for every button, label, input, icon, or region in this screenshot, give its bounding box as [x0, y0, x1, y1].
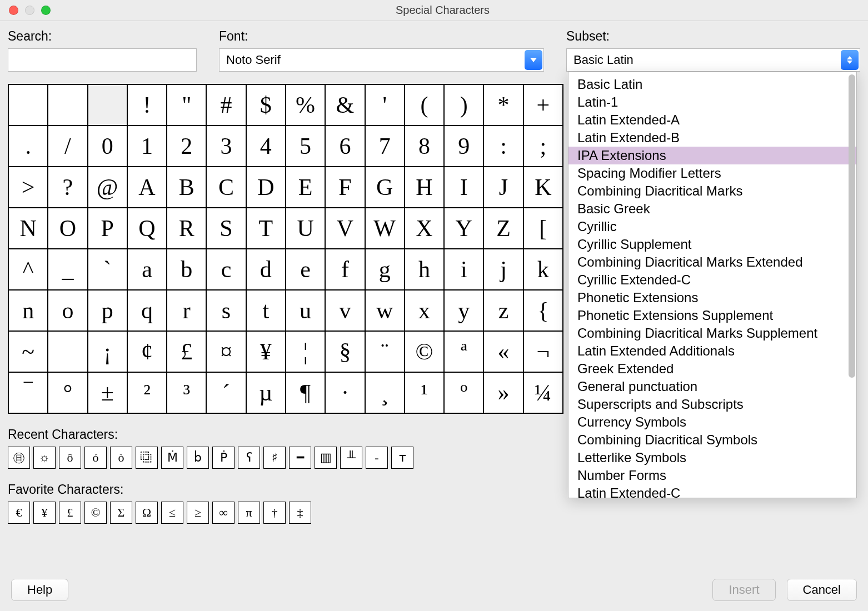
- character-cell[interactable]: x: [405, 291, 445, 332]
- dropdown-scrollbar[interactable]: [849, 74, 855, 495]
- favorite-char[interactable]: £: [59, 502, 81, 524]
- character-cell[interactable]: (: [405, 85, 445, 126]
- subset-option[interactable]: Greek Extended: [568, 360, 856, 378]
- character-cell[interactable]: ²: [128, 373, 167, 414]
- character-cell[interactable]: *: [484, 85, 523, 126]
- character-cell[interactable]: ¹: [405, 373, 445, 414]
- recent-char[interactable]: ᴛ: [391, 447, 413, 469]
- character-cell[interactable]: ¶: [286, 373, 326, 414]
- character-cell[interactable]: ´: [207, 373, 246, 414]
- recent-char[interactable]: ╨: [340, 447, 362, 469]
- character-cell[interactable]: G: [366, 167, 405, 208]
- character-cell[interactable]: ¥: [247, 332, 286, 373]
- help-button[interactable]: Help: [11, 579, 68, 601]
- subset-option[interactable]: Basic Latin: [568, 76, 856, 93]
- character-cell[interactable]: ±: [88, 373, 128, 414]
- cancel-button[interactable]: Cancel: [787, 579, 857, 601]
- character-cell[interactable]: v: [326, 291, 365, 332]
- subset-option[interactable]: Combining Diacritical Marks Supplement: [568, 324, 856, 342]
- favorite-char[interactable]: Σ: [110, 502, 132, 524]
- character-cell[interactable]: A: [128, 167, 167, 208]
- character-cell[interactable]: ¡: [88, 332, 128, 373]
- character-cell[interactable]: ~: [9, 332, 48, 373]
- character-cell[interactable]: o: [48, 291, 88, 332]
- subset-option[interactable]: Latin Extended-C: [568, 484, 856, 498]
- character-cell[interactable]: %: [286, 85, 326, 126]
- subset-option[interactable]: Spacing Modifier Letters: [568, 164, 856, 182]
- character-cell[interactable]: £: [167, 332, 207, 373]
- subset-option[interactable]: Cyrillic Extended-C: [568, 271, 856, 289]
- character-cell[interactable]: Q: [128, 208, 167, 249]
- character-cell[interactable]: k: [524, 249, 563, 291]
- character-cell[interactable]: [48, 85, 88, 126]
- character-cell[interactable]: @: [88, 167, 128, 208]
- character-cell[interactable]: $: [247, 85, 286, 126]
- font-select[interactable]: Noto Serif: [219, 48, 544, 72]
- character-cell[interactable]: D: [247, 167, 286, 208]
- favorite-char[interactable]: ∞: [212, 502, 235, 524]
- character-cell[interactable]: [: [524, 208, 563, 249]
- character-cell[interactable]: j: [484, 249, 523, 291]
- character-cell[interactable]: 5: [286, 126, 326, 167]
- recent-char[interactable]: ▥: [315, 447, 337, 469]
- character-cell[interactable]: 7: [366, 126, 405, 167]
- character-cell[interactable]: Z: [484, 208, 523, 249]
- recent-char[interactable]: ♯: [263, 447, 286, 469]
- favorite-char[interactable]: €: [8, 502, 30, 524]
- favorite-char[interactable]: ≤: [161, 502, 183, 524]
- character-cell[interactable]: #: [207, 85, 246, 126]
- character-cell[interactable]: F: [326, 167, 365, 208]
- character-cell[interactable]: ": [167, 85, 207, 126]
- subset-option[interactable]: Cyrillic Supplement: [568, 236, 856, 253]
- character-cell[interactable]: N: [9, 208, 48, 249]
- recent-char[interactable]: ㊐: [8, 447, 30, 469]
- character-cell[interactable]: .: [9, 126, 48, 167]
- character-cell[interactable]: ¨: [366, 332, 405, 373]
- character-cell[interactable]: y: [445, 291, 484, 332]
- character-cell[interactable]: O: [48, 208, 88, 249]
- character-cell[interactable]: S: [207, 208, 246, 249]
- character-cell[interactable]: W: [366, 208, 405, 249]
- character-cell[interactable]: R: [167, 208, 207, 249]
- character-cell[interactable]: s: [207, 291, 246, 332]
- character-cell[interactable]: ¢: [128, 332, 167, 373]
- character-cell[interactable]: E: [286, 167, 326, 208]
- character-cell[interactable]: X: [405, 208, 445, 249]
- subset-option[interactable]: Letterlike Symbols: [568, 449, 856, 467]
- character-cell[interactable]: d: [247, 249, 286, 291]
- character-cell[interactable]: z: [484, 291, 523, 332]
- character-cell[interactable]: ¬: [524, 332, 563, 373]
- character-cell[interactable]: 0: [88, 126, 128, 167]
- character-cell[interactable]: T: [247, 208, 286, 249]
- subset-option[interactable]: Latin Extended Additionals: [568, 342, 856, 360]
- character-cell[interactable]: 1: [128, 126, 167, 167]
- character-cell[interactable]: ¼: [524, 373, 563, 414]
- character-cell[interactable]: Y: [445, 208, 484, 249]
- character-cell[interactable]: a: [128, 249, 167, 291]
- character-cell[interactable]: ª: [445, 332, 484, 373]
- character-cell[interactable]: ?: [48, 167, 88, 208]
- subset-select[interactable]: Basic Latin: [566, 48, 860, 72]
- character-cell[interactable]: 9: [445, 126, 484, 167]
- character-cell[interactable]: u: [286, 291, 326, 332]
- favorite-char[interactable]: ‡: [289, 502, 311, 524]
- subset-option[interactable]: Combining Diacritical Marks Extended: [568, 253, 856, 271]
- recent-char[interactable]: ó: [84, 447, 107, 469]
- subset-option[interactable]: Currency Symbols: [568, 413, 856, 431]
- subset-option[interactable]: Number Forms: [568, 467, 856, 484]
- character-cell[interactable]: i: [445, 249, 484, 291]
- character-cell[interactable]: g: [366, 249, 405, 291]
- character-cell[interactable]: ¸: [366, 373, 405, 414]
- character-cell[interactable]: f: [326, 249, 365, 291]
- character-cell[interactable]: 2: [167, 126, 207, 167]
- character-cell[interactable]: ³: [167, 373, 207, 414]
- character-cell[interactable]: 6: [326, 126, 365, 167]
- recent-char[interactable]: ⿻: [136, 447, 158, 469]
- subset-option[interactable]: Phonetic Extensions Supplement: [568, 307, 856, 324]
- character-cell[interactable]: ;: [524, 126, 563, 167]
- character-cell[interactable]: I: [445, 167, 484, 208]
- subset-option[interactable]: Latin-1: [568, 93, 856, 111]
- character-cell[interactable]: U: [286, 208, 326, 249]
- subset-dropdown-list[interactable]: Basic LatinLatin-1Latin Extended-ALatin …: [568, 72, 857, 498]
- character-cell[interactable]: º: [445, 373, 484, 414]
